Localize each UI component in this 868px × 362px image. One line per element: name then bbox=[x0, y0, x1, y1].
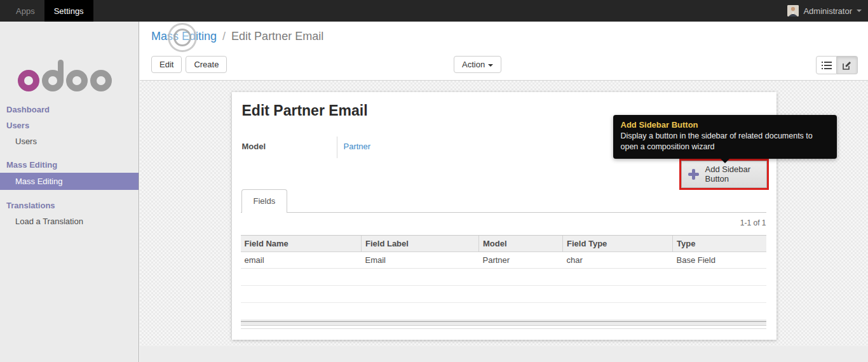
create-button[interactable]: Create bbox=[186, 56, 227, 73]
control-panel: Mass Editing / Edit Partner Email Edit C… bbox=[140, 22, 868, 81]
user-menu[interactable]: Administrator bbox=[787, 0, 868, 22]
user-name: Administrator bbox=[803, 6, 852, 16]
col-field-type[interactable]: Field Type bbox=[563, 236, 673, 252]
sidebar-item-load-translation[interactable]: Load a Translation bbox=[0, 213, 139, 229]
main-area: Edit Partner Email Model Partner Add Sid… bbox=[140, 81, 868, 362]
logo-ring-o2 bbox=[66, 70, 88, 91]
model-field-row: Model Partner bbox=[242, 137, 598, 158]
tooltip-title: Add Sidebar Button bbox=[621, 120, 829, 130]
caret-down-icon bbox=[488, 64, 493, 67]
action-button[interactable]: Action bbox=[454, 56, 501, 73]
tooltip: Add Sidebar Button Display a button in t… bbox=[613, 115, 837, 159]
control-panel-buttons: Edit Create bbox=[151, 56, 227, 73]
screen: Apps Settings Administrator Dashboard Us… bbox=[0, 0, 868, 362]
col-field-name[interactable]: Field Name bbox=[241, 236, 362, 252]
empty-row bbox=[241, 286, 766, 303]
sidebar-item-users[interactable]: Users bbox=[0, 133, 139, 149]
topbar-menu: Apps Settings bbox=[0, 0, 93, 22]
bottom-strip bbox=[140, 346, 868, 362]
menu-settings[interactable]: Settings bbox=[44, 0, 93, 22]
sidebar-menu: Dashboard Users Users Mass Editing Mass … bbox=[0, 102, 139, 229]
add-sidebar-button[interactable]: Add Sidebar Button bbox=[681, 161, 767, 188]
model-label: Model bbox=[242, 142, 266, 151]
col-field-label[interactable]: Field Label bbox=[362, 236, 479, 252]
cell-field-label: Email bbox=[362, 252, 479, 269]
sidebar-heading-users[interactable]: Users bbox=[0, 117, 139, 133]
model-value-link[interactable]: Partner bbox=[344, 142, 371, 151]
add-sidebar-button-label: Add Sidebar Button bbox=[705, 165, 759, 184]
cell-model: Partner bbox=[479, 252, 563, 269]
form-view-button[interactable] bbox=[837, 56, 858, 74]
table-footer bbox=[241, 321, 766, 326]
breadcrumb-separator: / bbox=[220, 30, 228, 43]
cell-field-type: char bbox=[563, 252, 673, 269]
pencil-icon bbox=[843, 61, 851, 70]
table-header-row: Field Name Field Label Model Field Type … bbox=[241, 236, 766, 252]
pager[interactable]: 1-1 of 1 bbox=[740, 218, 766, 227]
view-switcher bbox=[816, 56, 858, 74]
sidebar-item-mass-editing[interactable]: Mass Editing bbox=[0, 173, 139, 190]
tooltip-arrow bbox=[720, 158, 730, 163]
fields-table: Field Name Field Label Model Field Type … bbox=[241, 235, 766, 320]
sidebar-heading-dashboard[interactable]: Dashboard bbox=[0, 102, 139, 117]
list-icon bbox=[822, 62, 832, 69]
list-view-button[interactable] bbox=[816, 56, 837, 74]
col-type[interactable]: Type bbox=[673, 236, 766, 252]
tab-fields[interactable]: Fields bbox=[241, 189, 288, 213]
menu-apps[interactable]: Apps bbox=[6, 0, 44, 22]
cell-field-name: email bbox=[241, 252, 362, 269]
content: Mass Editing / Edit Partner Email Edit C… bbox=[140, 22, 868, 362]
avatar bbox=[787, 5, 799, 17]
table-row[interactable]: email Email Partner char Base Field bbox=[241, 252, 766, 269]
plus-icon bbox=[688, 169, 699, 180]
action-dropdown[interactable]: Action bbox=[454, 56, 501, 73]
col-model[interactable]: Model bbox=[479, 236, 563, 252]
loading-spinner bbox=[168, 23, 197, 52]
breadcrumb-current: Edit Partner Email bbox=[231, 30, 323, 43]
caret-down-icon bbox=[857, 10, 862, 12]
odoo-logo bbox=[18, 44, 139, 94]
logo-ring-o1 bbox=[18, 70, 39, 91]
sidebar-gap bbox=[0, 149, 139, 157]
cell-type: Base Field bbox=[673, 252, 766, 269]
topbar: Apps Settings Administrator bbox=[0, 0, 868, 22]
form-sheet: Edit Partner Email Model Partner Add Sid… bbox=[232, 92, 776, 340]
page-title: Edit Partner Email bbox=[242, 102, 368, 119]
empty-row bbox=[241, 303, 766, 320]
sidebar-gap bbox=[0, 190, 139, 198]
action-button-label: Action bbox=[462, 60, 485, 69]
field-separator bbox=[337, 137, 337, 158]
sidebar-heading-mass-editing[interactable]: Mass Editing bbox=[0, 157, 139, 173]
logo-d-stem bbox=[58, 60, 64, 81]
table-footer-line bbox=[241, 328, 766, 329]
sidebar-heading-translations[interactable]: Translations bbox=[0, 198, 139, 213]
empty-row bbox=[241, 269, 766, 286]
edit-button[interactable]: Edit bbox=[151, 56, 182, 73]
loading-spinner-inner bbox=[173, 29, 191, 46]
tooltip-body: Display a button in the sidebar of relat… bbox=[621, 131, 829, 152]
sidebar: Dashboard Users Users Mass Editing Mass … bbox=[0, 22, 139, 362]
annotation-highlight: Add Sidebar Button bbox=[679, 159, 769, 190]
logo-ring-o3 bbox=[90, 70, 112, 91]
tab-divider bbox=[241, 212, 766, 213]
